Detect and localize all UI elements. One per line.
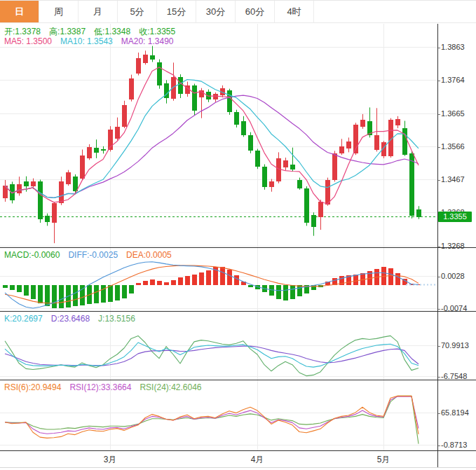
- legend-item: DIFF:-0.0025: [68, 250, 118, 260]
- panel-separator: [0, 380, 476, 380]
- tab-period-3[interactable]: 5分: [118, 1, 157, 22]
- axis-border-line: [437, 24, 438, 467]
- right-axis-column: 1.38631.37641.36651.35661.34671.33681.32…: [437, 24, 476, 467]
- tab-period-5[interactable]: 30分: [196, 1, 236, 22]
- tab-period-2[interactable]: 月: [79, 1, 118, 22]
- legend-item: J:13.5156: [98, 314, 135, 324]
- axis-tick: 1.3764: [437, 76, 465, 84]
- tab-period-0[interactable]: 日: [0, 1, 39, 22]
- ma-legend: MA5: 1.3500MA10: 1.3543MA20: 1.3490: [4, 36, 182, 46]
- axis-tick: 1.3268: [437, 242, 465, 250]
- legend-item: 开:1.3378: [4, 27, 41, 36]
- axis-tick: 1.3566: [437, 142, 465, 151]
- legend-item: K:20.2697: [4, 314, 43, 324]
- panel-separator: [0, 311, 476, 312]
- current-price-badge: 1.3355: [438, 212, 472, 222]
- axis-tick: 65.8194: [437, 408, 469, 417]
- legend-item: MA20: 1.3490: [121, 36, 174, 46]
- panel-separator: [0, 247, 476, 248]
- x-axis-month: 3月: [97, 454, 123, 466]
- candlestick-panel[interactable]: [0, 24, 437, 247]
- axis-tick: 1.3863: [437, 43, 465, 51]
- x-axis-month: 4月: [245, 454, 270, 466]
- axis-tick: -0.8713: [437, 441, 467, 449]
- macd-legend: MACD:-0.0060DIFF:-0.0025DEA:0.0005: [4, 250, 180, 260]
- rsi-legend: RSI(6):20.9494RSI(12):33.3664RSI(24):42.…: [4, 382, 210, 392]
- period-tabbar: 日周月5分15分30分60分4时: [0, 1, 476, 23]
- kdj-legend: K:20.2697D:23.6468J:13.5156: [4, 314, 144, 324]
- axis-tick: 0.0028: [437, 272, 465, 280]
- tab-period-7[interactable]: 4时: [275, 1, 314, 22]
- legend-item: DEA:0.0005: [126, 250, 172, 260]
- x-axis-month: 5月: [371, 454, 396, 466]
- legend-item: D:23.6468: [51, 314, 90, 324]
- legend-item: 高:1.3387: [49, 27, 86, 36]
- tab-period-4[interactable]: 15分: [157, 1, 196, 22]
- legend-item: RSI(6):20.9494: [4, 382, 61, 392]
- axis-tick: 1.3665: [437, 109, 465, 118]
- axis-tick: 1.3467: [437, 175, 465, 184]
- legend-item: MA5: 1.3500: [4, 36, 52, 46]
- legend-item: MACD:-0.0060: [4, 250, 60, 260]
- panel-separator: [0, 450, 476, 451]
- tab-period-1[interactable]: 周: [39, 1, 79, 22]
- tab-period-6[interactable]: 60分: [236, 1, 275, 22]
- axis-tick: 70.9913: [437, 341, 469, 350]
- legend-item: MA10: 1.3543: [60, 36, 113, 46]
- trading-chart-app: 日周月5分15分30分60分4时 开:1.3378高:1.3387低:1.334…: [0, 0, 476, 470]
- legend-item: 收:1.3355: [139, 27, 175, 36]
- legend-item: 低:1.3348: [94, 27, 130, 36]
- bottom-edge-line: [0, 467, 476, 468]
- legend-item: RSI(12):33.3664: [69, 382, 131, 392]
- legend-item: RSI(24):42.6046: [140, 382, 201, 392]
